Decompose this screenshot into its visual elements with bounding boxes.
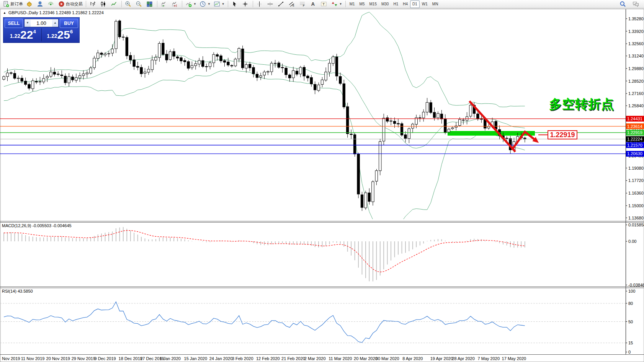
deposit-button[interactable] — [25, 0, 35, 8]
timeframe-h4-button[interactable]: H4 — [400, 0, 410, 8]
timeframe-m15-button[interactable]: M15 — [367, 0, 379, 8]
timeframe-mn-button[interactable]: MN — [430, 0, 441, 8]
chart-line-button[interactable] — [109, 0, 120, 8]
crosshair-button[interactable] — [240, 0, 251, 8]
toolbar-separator — [345, 1, 346, 7]
shapes-icon — [331, 1, 338, 7]
channel-button[interactable]: E — [287, 0, 297, 8]
svg-text:7 May 2020: 7 May 2020 — [478, 356, 500, 361]
auto-scroll-icon — [160, 1, 167, 7]
timeframe-m5-button[interactable]: M5 — [357, 0, 367, 8]
svg-text:21 Feb 2020: 21 Feb 2020 — [281, 356, 305, 361]
channel-icon: E — [288, 1, 295, 7]
toolbar-separator — [86, 1, 86, 7]
main-toolbar: 新订单自动交易▼▼▼EFAT▼M1M5M15M30H1H4D1W1MN — [0, 0, 644, 8]
tile-windows-button[interactable] — [145, 0, 155, 8]
chevron-down-icon[interactable]: ▼ — [339, 2, 342, 6]
timeframe-h1-button[interactable]: H1 — [391, 0, 400, 8]
vertical-line-button[interactable] — [255, 0, 265, 8]
sell-price[interactable]: 1.22 22 4 — [5, 28, 41, 41]
chart-shift-button[interactable] — [170, 0, 180, 8]
svg-text:100: 100 — [628, 289, 635, 293]
buy-price-big: 25 — [57, 28, 70, 41]
volume-input[interactable] — [31, 19, 52, 27]
svg-text:0.015858: 0.015858 — [628, 223, 644, 227]
svg-text:2 Mar 2020: 2 Mar 2020 — [304, 356, 326, 361]
text-icon: A — [310, 1, 316, 7]
trendline-icon — [278, 1, 284, 7]
search-button[interactable] — [618, 0, 629, 8]
svg-text:50: 50 — [628, 319, 633, 324]
chart-bars-button[interactable] — [88, 0, 98, 8]
zoom-in-button[interactable] — [123, 0, 134, 8]
svg-text:11 Nov 2019: 11 Nov 2019 — [21, 356, 45, 361]
svg-text:20 Mar 2020: 20 Mar 2020 — [354, 356, 378, 361]
svg-text:1.21570: 1.21570 — [627, 143, 642, 147]
chevron-down-icon[interactable]: ▼ — [222, 2, 225, 6]
deposit-icon — [26, 1, 33, 7]
chart-line-icon — [111, 1, 117, 7]
svg-text:20 Nov 2019: 20 Nov 2019 — [46, 356, 70, 361]
chevron-down-icon[interactable]: ▼ — [208, 2, 211, 6]
price-chart-svg[interactable]: 1.352801.339201.325601.312401.298801.285… — [0, 0, 644, 362]
cursor-button[interactable] — [230, 0, 240, 8]
autotrade-button[interactable]: 自动交易 — [57, 0, 84, 8]
svg-text:24 Jan 2020: 24 Jan 2020 — [209, 356, 233, 361]
buy-button[interactable]: BUY — [60, 19, 78, 28]
svg-text:1.19080: 1.19080 — [628, 166, 644, 170]
timeframe-w1-button[interactable]: W1 — [420, 0, 430, 8]
symbol-collapse-icon[interactable]: ▲ — [3, 11, 6, 15]
chart-candles-icon — [100, 1, 106, 7]
symbol-ohlc-text: GBPUSD-,Daily 1.22346 1.22489 1.21862 1.… — [8, 10, 104, 15]
timeframe-m30-button[interactable]: M30 — [379, 0, 391, 8]
svg-text:28 Apr 2020: 28 Apr 2020 — [452, 356, 474, 361]
shapes-button[interactable]: ▼ — [330, 0, 344, 8]
cursor-icon — [231, 1, 238, 7]
text-button[interactable]: A — [308, 0, 319, 8]
svg-text:1.27160: 1.27160 — [628, 91, 644, 96]
svg-text:17 May 2020: 17 May 2020 — [502, 356, 526, 361]
autotrade-label: 自动交易 — [66, 1, 83, 7]
toolbar-separator — [157, 1, 157, 7]
toolbar-separator — [228, 1, 228, 7]
fibonacci-button[interactable]: F — [297, 0, 308, 8]
volume-decrease-button[interactable]: ▼ — [25, 19, 31, 27]
chat-icon — [633, 1, 639, 7]
zoom-in-icon — [125, 1, 131, 7]
buy-price-small: 1.22 — [47, 33, 57, 39]
community-button[interactable] — [35, 0, 46, 8]
timeframe-m1-button[interactable]: M1 — [347, 0, 357, 8]
timeframe-d1-button[interactable]: D1 — [410, 0, 420, 8]
chat-button[interactable] — [631, 0, 642, 8]
fibonacci-icon: F — [299, 1, 306, 7]
sell-button[interactable]: SELL — [5, 19, 23, 28]
svg-text:Nov 2019: Nov 2019 — [2, 356, 20, 361]
volume-increase-button[interactable]: ▲ — [52, 19, 58, 27]
new-order-button[interactable]: 新订单 — [1, 0, 25, 8]
svg-text:0.00: 0.00 — [628, 239, 636, 244]
periods-button[interactable]: ▼ — [198, 0, 212, 8]
buy-price[interactable]: 1.22 25 6 — [41, 28, 78, 41]
toolbar-separator — [182, 1, 182, 7]
chevron-down-icon[interactable]: ▼ — [193, 2, 196, 6]
text-label-icon: T — [320, 1, 327, 7]
trendline-button[interactable] — [276, 0, 287, 8]
svg-text:1.35280: 1.35280 — [628, 16, 644, 21]
svg-text:0: 0 — [628, 350, 631, 354]
new-order-label: 新订单 — [10, 1, 23, 7]
svg-text:1.22224: 1.22224 — [627, 137, 642, 141]
templates-icon — [214, 1, 220, 7]
zoom-out-button[interactable] — [134, 0, 145, 8]
templates-button[interactable]: ▼ — [212, 0, 226, 8]
indicators-add-button[interactable]: ▼ — [184, 0, 198, 8]
horizontal-line-button[interactable] — [265, 0, 276, 8]
svg-text:18 Dec 2019: 18 Dec 2019 — [119, 356, 142, 361]
svg-text:29 Nov 2019: 29 Nov 2019 — [72, 356, 95, 361]
sell-price-small: 1.22 — [10, 33, 20, 39]
signal-button[interactable] — [46, 0, 57, 8]
text-label-button[interactable]: T — [319, 0, 330, 8]
chart-candles-button[interactable] — [98, 0, 109, 8]
auto-scroll-button[interactable] — [159, 0, 170, 8]
svg-text:30 Mar 2020: 30 Mar 2020 — [376, 356, 399, 361]
crosshair-icon — [242, 1, 248, 7]
